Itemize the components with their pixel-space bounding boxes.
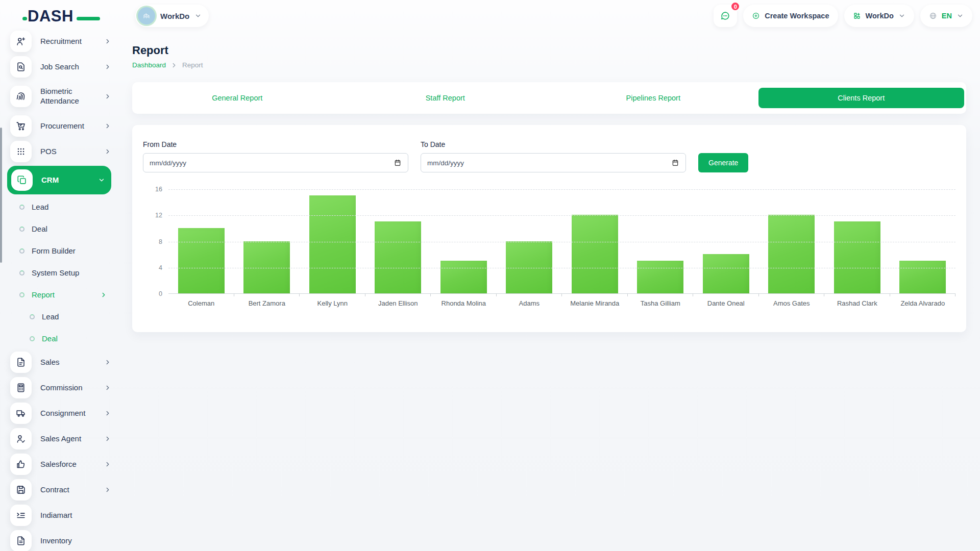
sidebar-item-consignment[interactable]: Consignment bbox=[0, 400, 118, 426]
chevron-down-icon bbox=[98, 177, 105, 184]
sidebar-item-label: Contract bbox=[40, 485, 95, 495]
sidebar-item-salesforce[interactable]: Salesforce bbox=[0, 452, 118, 477]
sidebar-subitem-deal[interactable]: Deal bbox=[0, 328, 118, 349]
tab-general-report[interactable]: General Report bbox=[134, 88, 340, 108]
sidebar-item-contract[interactable]: Contract bbox=[0, 477, 118, 503]
bar-adams[interactable] bbox=[506, 241, 552, 294]
chevron-right-icon bbox=[104, 38, 111, 45]
gridline-y-16 bbox=[168, 189, 955, 190]
create-workspace-label: Create Workspace bbox=[765, 12, 829, 20]
bar-amos-gates[interactable] bbox=[768, 215, 815, 293]
bullet-icon bbox=[30, 314, 35, 319]
chevron-down-icon bbox=[957, 12, 964, 19]
sidebar-item-recruitment[interactable]: Recruitment bbox=[0, 29, 118, 54]
calendar-icon[interactable] bbox=[671, 159, 679, 167]
sidebar-item-label: Indiamart bbox=[40, 511, 111, 520]
bar-zelda-alvarado[interactable] bbox=[899, 261, 946, 293]
sidebar-item-commission[interactable]: Commission bbox=[0, 375, 118, 400]
sidebar-subitem-lead[interactable]: Lead bbox=[0, 196, 118, 218]
tab-pipelines-report[interactable]: Pipelines Report bbox=[550, 88, 756, 108]
breadcrumb-dashboard-link[interactable]: Dashboard bbox=[132, 61, 166, 69]
clients-bar-chart: ColemanBert ZamoraKelly LynnJaden Elliso… bbox=[143, 186, 955, 314]
bar-bert-zamora[interactable] bbox=[243, 241, 290, 294]
logo-text: DASH bbox=[28, 7, 74, 25]
sidebar-item-pos[interactable]: POS bbox=[0, 139, 118, 164]
sidebar-subitem-label: System Setup bbox=[32, 268, 118, 277]
workspace-switcher[interactable]: WorkDo bbox=[135, 5, 209, 27]
sidebar-subitem-deal[interactable]: Deal bbox=[0, 218, 118, 240]
create-workspace-button[interactable]: Create Workspace bbox=[743, 5, 838, 27]
sidebar-subitem-lead[interactable]: Lead bbox=[0, 306, 118, 328]
procurement-icon bbox=[10, 115, 32, 137]
y-tick-label: 12 bbox=[143, 212, 162, 219]
from-date-label: From Date bbox=[143, 140, 408, 148]
apps-menu-button[interactable]: WorkDo bbox=[844, 5, 914, 27]
sales-icon bbox=[10, 352, 32, 373]
job-search-icon bbox=[10, 56, 32, 78]
sidebar-item-crm[interactable]: CRM bbox=[7, 166, 111, 194]
to-date-input[interactable]: mm/dd/yyyy bbox=[421, 153, 686, 172]
sidebar-item-label: Salesforce bbox=[40, 460, 95, 469]
generate-button[interactable]: Generate bbox=[698, 153, 748, 172]
sidebar-item-label: Consignment bbox=[40, 409, 95, 418]
from-date-field: From Date mm/dd/yyyy bbox=[143, 140, 408, 172]
language-selector[interactable]: EN bbox=[920, 5, 972, 27]
filter-row: From Date mm/dd/yyyy To Date mm/dd/yyyy bbox=[143, 140, 955, 172]
tab-staff-report[interactable]: Staff Report bbox=[342, 88, 549, 108]
sidebar-item-sales[interactable]: Sales bbox=[0, 349, 118, 375]
sidebar-subitem-form-builder[interactable]: Form Builder bbox=[0, 240, 118, 262]
bar-coleman[interactable] bbox=[178, 228, 225, 293]
sidebar-item-indiamart[interactable]: Indiamart bbox=[0, 503, 118, 528]
bar-tasha-gilliam[interactable] bbox=[637, 261, 683, 293]
building-icon bbox=[142, 12, 151, 20]
chevron-down-icon bbox=[194, 12, 202, 19]
chevron-right-icon bbox=[170, 62, 178, 69]
sidebar-item-label: Sales bbox=[40, 358, 95, 367]
bar-kelly-lynn[interactable] bbox=[309, 195, 356, 293]
sidebar-item-procurement[interactable]: Procurement bbox=[0, 113, 118, 139]
sidebar-item-label: Procurement bbox=[40, 121, 95, 131]
sidebar-item-label: Recruitment bbox=[40, 37, 95, 46]
bar-melanie-miranda[interactable] bbox=[572, 215, 618, 293]
bullet-icon bbox=[30, 336, 35, 341]
app-logo[interactable]: DASH bbox=[28, 7, 94, 28]
from-date-input[interactable]: mm/dd/yyyy bbox=[143, 153, 408, 172]
chevron-right-icon bbox=[100, 291, 107, 298]
bullet-icon bbox=[19, 205, 24, 210]
gridline-y-4 bbox=[168, 268, 955, 268]
consignment-icon bbox=[10, 403, 32, 424]
topbar: WorkDo 0 Create Workspace WorkDo bbox=[118, 0, 980, 32]
sidebar-subitem-system-setup[interactable]: System Setup bbox=[0, 262, 118, 284]
sidebar-item-biometric-attendance[interactable]: Biometric Attendance bbox=[0, 80, 118, 113]
messages-button[interactable]: 0 bbox=[714, 5, 737, 27]
biometric-icon bbox=[10, 86, 32, 107]
bar-jaden-ellison[interactable] bbox=[375, 221, 421, 293]
bar-dante-oneal[interactable] bbox=[703, 254, 749, 293]
sales-agent-icon bbox=[10, 428, 32, 449]
tab-clients-report[interactable]: Clients Report bbox=[758, 88, 965, 108]
workspace-name: WorkDo bbox=[160, 12, 189, 20]
sidebar-item-inventory[interactable]: Inventory bbox=[0, 528, 118, 551]
page-title: Report bbox=[132, 44, 966, 57]
sidebar-item-job-search[interactable]: Job Search bbox=[0, 54, 118, 80]
y-tick-label: 8 bbox=[143, 238, 162, 245]
bar-rhonda-molina[interactable] bbox=[440, 261, 487, 293]
breadcrumb-current: Report bbox=[182, 61, 203, 69]
y-tick-label: 16 bbox=[143, 186, 162, 193]
sidebar-subitem-label: Deal bbox=[32, 224, 118, 233]
sidebar-item-label: Inventory bbox=[40, 536, 111, 546]
calendar-icon[interactable] bbox=[394, 159, 402, 167]
chart-plot-area: ColemanBert ZamoraKelly LynnJaden Elliso… bbox=[168, 189, 955, 294]
bar-rashad-clark[interactable] bbox=[834, 221, 880, 293]
chevron-right-icon bbox=[104, 93, 111, 100]
apps-menu-label: WorkDo bbox=[866, 12, 894, 20]
bullet-icon bbox=[19, 292, 24, 297]
salesforce-icon bbox=[10, 454, 32, 475]
sidebar-subitem-report[interactable]: Report bbox=[0, 284, 118, 306]
sidebar-scrollbar[interactable] bbox=[0, 128, 2, 263]
chevron-right-icon bbox=[104, 461, 111, 468]
sidebar-item-sales-agent[interactable]: Sales Agent bbox=[0, 426, 118, 452]
bullet-icon bbox=[19, 248, 24, 254]
chevron-right-icon bbox=[104, 359, 111, 366]
apps-grid-icon bbox=[853, 12, 861, 20]
